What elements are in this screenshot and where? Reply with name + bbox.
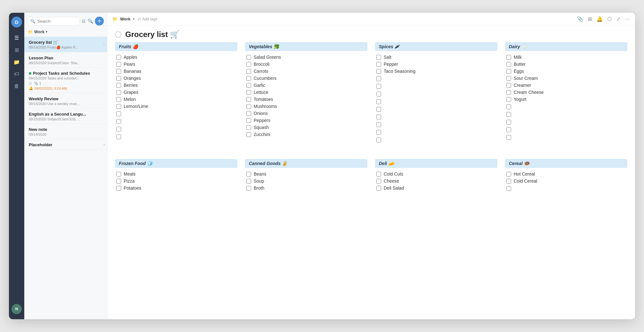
checkbox[interactable] xyxy=(376,115,381,119)
checkbox[interactable] xyxy=(246,179,251,184)
checkbox[interactable] xyxy=(116,97,121,102)
note-item-grocery[interactable]: Grocery list 🛒 09/16/2020 Fruits🍎 Apples… xyxy=(24,37,107,52)
checkbox[interactable] xyxy=(506,186,511,191)
checkbox[interactable] xyxy=(376,122,381,127)
checkbox[interactable] xyxy=(376,84,381,89)
checkbox[interactable] xyxy=(116,186,121,191)
checkbox[interactable] xyxy=(506,62,511,67)
checkbox[interactable] xyxy=(246,132,251,137)
checkbox[interactable] xyxy=(116,55,121,60)
note-item-placeholder[interactable]: Placeholder ▾ xyxy=(24,139,107,150)
search-input[interactable] xyxy=(37,19,77,24)
share-icon[interactable]: ⬡ xyxy=(607,16,612,22)
checkbox[interactable] xyxy=(506,97,511,102)
checkbox[interactable] xyxy=(116,76,121,81)
note-item-lesson[interactable]: Lesson Plan 09/15/2020 Subject/Class: Sh… xyxy=(24,52,107,68)
checkbox[interactable] xyxy=(506,135,511,140)
add-tags-button[interactable]: 🏷 Add tags xyxy=(137,17,157,21)
checkbox[interactable] xyxy=(246,69,251,74)
grid-view-icon[interactable]: ⊞ xyxy=(588,16,592,22)
list-item-empty xyxy=(505,110,627,118)
checkbox[interactable] xyxy=(246,76,251,81)
checkbox[interactable] xyxy=(376,76,381,81)
checkbox[interactable] xyxy=(376,179,381,184)
checkbox[interactable] xyxy=(376,99,381,104)
checkbox[interactable] xyxy=(116,119,121,124)
expand-icon[interactable]: ⤢ xyxy=(616,16,620,22)
workspace-header[interactable]: 📁 Work ▾ xyxy=(24,28,107,37)
list-item-empty xyxy=(375,136,497,144)
checkbox[interactable] xyxy=(506,179,511,184)
checkbox[interactable] xyxy=(506,127,511,132)
add-note-button[interactable]: + xyxy=(95,17,104,26)
checkbox[interactable] xyxy=(506,55,511,60)
toolbar-icons: 📎 ⊞ 🔔 ⬡ ⤢ ⋯ xyxy=(577,16,630,22)
note-item-new[interactable]: New note 09/14/2020 xyxy=(24,124,107,139)
icon-sidebar: D ☰ ⊞ 📁 🏷 🗑 N xyxy=(9,13,24,319)
checkbox[interactable] xyxy=(376,172,381,177)
more-options-icon[interactable]: ⋯ xyxy=(625,16,630,22)
checkbox[interactable] xyxy=(116,111,121,116)
left-panel: 🔍 ⊟ 🔍 + 📁 Work ▾ Grocery list 🛒 09/16/20… xyxy=(24,13,107,319)
nav-icon-folder[interactable]: 📁 xyxy=(12,57,22,67)
checkbox[interactable] xyxy=(116,179,121,184)
checkbox[interactable] xyxy=(376,92,381,96)
checkbox[interactable] xyxy=(116,90,121,95)
checkbox[interactable] xyxy=(506,104,511,109)
search-input-wrap[interactable]: 🔍 xyxy=(27,17,80,26)
checkbox[interactable] xyxy=(506,76,511,81)
attach-icon[interactable]: 📎 xyxy=(577,16,583,22)
checkbox[interactable] xyxy=(116,172,121,177)
checkbox[interactable] xyxy=(376,62,381,67)
checkbox[interactable] xyxy=(246,62,251,67)
list-item: Apples xyxy=(115,54,237,61)
checkbox[interactable] xyxy=(246,186,251,191)
checkbox[interactable] xyxy=(116,104,121,109)
filter-icon[interactable]: ⊟ xyxy=(82,19,86,24)
checkbox[interactable] xyxy=(116,134,121,139)
nav-icon-menu[interactable]: ☰ xyxy=(12,33,22,43)
checkbox[interactable] xyxy=(506,69,511,74)
filter-search-icon[interactable]: 🔍 xyxy=(88,19,93,24)
checkbox[interactable] xyxy=(116,83,121,88)
checkbox[interactable] xyxy=(506,112,511,117)
breadcrumb-workspace: Work xyxy=(120,17,130,21)
section-deli: Deli 🧀 Cold Cuts Cheese Deli Salad xyxy=(375,159,497,192)
checkbox[interactable] xyxy=(376,130,381,135)
note-list: Grocery list 🛒 09/16/2020 Fruits🍎 Apples… xyxy=(24,37,107,319)
checkbox[interactable] xyxy=(116,69,121,74)
checkbox[interactable] xyxy=(246,83,251,88)
note-complete-checkbox[interactable] xyxy=(115,31,121,38)
checkbox[interactable] xyxy=(506,172,511,177)
checkbox[interactable] xyxy=(246,97,251,102)
checkbox[interactable] xyxy=(246,104,251,109)
checkbox[interactable] xyxy=(376,138,381,142)
checkbox[interactable] xyxy=(246,90,251,95)
nav-icon-tag[interactable]: 🏷 xyxy=(12,69,22,79)
checkbox[interactable] xyxy=(376,186,381,191)
checkbox[interactable] xyxy=(506,90,511,95)
note-item-weekly[interactable]: Weekly Review 09/15/2020 Use a weekly re… xyxy=(24,93,107,109)
list-item: Zucchini xyxy=(245,131,367,138)
nav-icon-grid[interactable]: ⊞ xyxy=(12,45,22,55)
checkbox[interactable] xyxy=(246,55,251,60)
checkbox[interactable] xyxy=(376,55,381,60)
bell-icon[interactable]: 🔔 xyxy=(596,16,603,22)
note-item-english[interactable]: English as a Second Langu... 09/15/2020 … xyxy=(24,109,107,124)
checkbox[interactable] xyxy=(246,125,251,130)
checkbox[interactable] xyxy=(376,107,381,112)
checkbox[interactable] xyxy=(246,118,251,123)
checkbox[interactable] xyxy=(506,120,511,124)
bottom-nav-icon[interactable]: N xyxy=(12,304,22,314)
checkbox[interactable] xyxy=(246,111,251,116)
section-header-frozen: Frozen Food 🧊 xyxy=(115,159,237,168)
note-item-project[interactable]: Project Tasks and Schedules 09/15/2020 T… xyxy=(24,68,107,93)
checkbox[interactable] xyxy=(116,62,121,67)
nav-icon-trash[interactable]: 🗑 xyxy=(12,81,22,91)
checkbox[interactable] xyxy=(376,69,381,74)
checkbox[interactable] xyxy=(506,83,511,88)
section-header-canned: Canned Goods 🥫 xyxy=(245,159,367,168)
checkbox[interactable] xyxy=(116,127,121,132)
user-avatar[interactable]: D xyxy=(11,17,22,27)
checkbox[interactable] xyxy=(246,172,251,177)
